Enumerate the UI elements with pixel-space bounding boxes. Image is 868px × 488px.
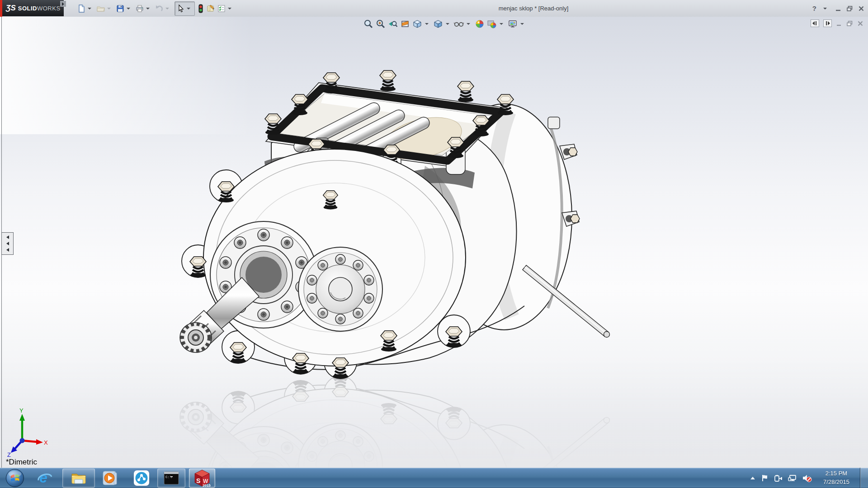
command-prompt-icon: C:\ bbox=[163, 471, 179, 485]
collapse-arrow-icon bbox=[6, 235, 9, 239]
display-style-icon bbox=[433, 19, 443, 29]
taskbar-clock[interactable]: 2:15 PM 7/28/2015 bbox=[816, 468, 856, 488]
hide-show-items-icon bbox=[453, 19, 464, 29]
collapse-right-pane-button[interactable] bbox=[823, 19, 832, 27]
undo-button[interactable] bbox=[154, 2, 173, 15]
start-button[interactable] bbox=[5, 469, 25, 487]
command-prompt-button[interactable]: C:\ bbox=[157, 469, 185, 488]
network-icon bbox=[788, 474, 797, 482]
reflection-fade bbox=[0, 360, 868, 468]
power-plug-icon bbox=[774, 474, 783, 482]
open-dropdown[interactable] bbox=[107, 8, 111, 9]
undo-dropdown[interactable] bbox=[165, 8, 169, 9]
doc-minimize-button[interactable] bbox=[836, 20, 842, 27]
hide-show-items-dropdown[interactable] bbox=[467, 23, 470, 25]
media-player-button[interactable] bbox=[101, 469, 118, 487]
network-button[interactable] bbox=[788, 474, 797, 482]
select-tool-button[interactable] bbox=[175, 1, 195, 16]
sw-year: 2015 bbox=[203, 483, 211, 487]
system-tray bbox=[750, 468, 812, 488]
display-style-button[interactable] bbox=[432, 18, 443, 29]
power-button[interactable] bbox=[774, 474, 783, 482]
3d-viewport[interactable]: Y X Z bbox=[0, 17, 868, 468]
options-checklist-icon bbox=[217, 4, 226, 13]
collapse-arrow-icon bbox=[6, 242, 9, 245]
options-checklist-button[interactable] bbox=[216, 2, 236, 15]
previous-view-button[interactable] bbox=[387, 18, 398, 29]
select-dropdown[interactable] bbox=[187, 8, 190, 9]
restore-button[interactable] bbox=[846, 5, 853, 12]
print-button[interactable] bbox=[134, 2, 154, 15]
close-button[interactable] bbox=[858, 5, 864, 12]
collapse-left-icon bbox=[812, 21, 817, 25]
new-document-button[interactable] bbox=[76, 2, 95, 15]
zoom-to-fit-icon bbox=[363, 19, 373, 29]
solidworks-logo: ƷS SOLIDWORKS bbox=[2, 0, 64, 16]
view-orientation-button[interactable] bbox=[411, 18, 423, 29]
help-button[interactable]: ? bbox=[812, 5, 816, 12]
titlebar: ƷS SOLIDWORKS bbox=[0, 0, 868, 17]
explorer-folder-icon bbox=[70, 470, 87, 486]
apply-scene-dropdown[interactable] bbox=[500, 23, 503, 25]
zoom-to-fit-button[interactable] bbox=[363, 18, 374, 29]
print-icon bbox=[135, 4, 144, 13]
open-button[interactable] bbox=[95, 2, 115, 15]
hide-show-items-button[interactable] bbox=[453, 18, 464, 29]
view-orientation-dropdown[interactable] bbox=[425, 23, 429, 25]
volume-button[interactable] bbox=[802, 474, 812, 483]
edit-appearance-button[interactable] bbox=[474, 18, 485, 29]
solidworks-window: ƷS SOLIDWORKS bbox=[0, 0, 868, 488]
clock-date: 7/28/2015 bbox=[816, 478, 856, 486]
internet-explorer-icon: e bbox=[37, 470, 53, 486]
action-center-button[interactable] bbox=[761, 474, 769, 482]
ie-letter: e bbox=[39, 470, 47, 486]
undo-icon bbox=[155, 4, 164, 13]
apply-scene-button[interactable] bbox=[486, 18, 497, 29]
taskbar-apps: e bbox=[5, 468, 215, 488]
section-view-button[interactable] bbox=[399, 18, 410, 29]
logo-works: WORKS bbox=[37, 5, 61, 12]
new-dropdown[interactable] bbox=[88, 8, 91, 9]
collapse-arrow-icon bbox=[6, 248, 9, 252]
doc-close-button[interactable] bbox=[857, 20, 863, 27]
save-dropdown[interactable] bbox=[127, 8, 130, 9]
print-dropdown[interactable] bbox=[146, 8, 150, 9]
background-highlight bbox=[0, 17, 253, 134]
file-properties-icon bbox=[206, 4, 215, 13]
options-dropdown[interactable] bbox=[228, 8, 231, 9]
logo-glyph: ƷS bbox=[6, 4, 16, 13]
show-hidden-icons-button[interactable] bbox=[750, 476, 756, 480]
share-app-button[interactable] bbox=[132, 469, 151, 487]
view-settings-dropdown[interactable] bbox=[520, 23, 524, 25]
triad-z-label: Z bbox=[7, 451, 11, 458]
clock-time: 2:15 PM bbox=[816, 469, 856, 478]
graphics-area: Y X Z bbox=[0, 17, 868, 468]
zoom-to-area-button[interactable] bbox=[375, 18, 386, 29]
new-document-icon bbox=[77, 4, 86, 13]
doc-restore-button[interactable] bbox=[846, 20, 853, 27]
help-dropdown[interactable] bbox=[823, 8, 827, 9]
select-cursor-icon bbox=[176, 4, 185, 13]
menu-expander-icon[interactable] bbox=[60, 1, 66, 7]
view-settings-icon bbox=[508, 19, 518, 29]
file-properties-button[interactable] bbox=[205, 2, 216, 15]
feature-manager-collapse-tab[interactable] bbox=[1, 232, 14, 255]
view-settings-button[interactable] bbox=[507, 18, 518, 29]
solidworks-taskbar-button[interactable]: S W 2015 bbox=[189, 469, 215, 488]
save-button[interactable] bbox=[115, 2, 134, 15]
traffic-light-button[interactable] bbox=[196, 2, 205, 15]
collapse-right-icon bbox=[825, 21, 830, 25]
display-style-dropdown[interactable] bbox=[446, 23, 449, 25]
share-app-icon bbox=[133, 469, 150, 487]
windows-explorer-button[interactable] bbox=[62, 469, 95, 488]
taskbar: e bbox=[0, 468, 868, 488]
flag-icon bbox=[761, 474, 769, 482]
show-desktop-button[interactable] bbox=[860, 468, 868, 488]
internet-explorer-button[interactable]: e bbox=[36, 469, 53, 487]
minimize-button[interactable] bbox=[835, 5, 841, 12]
zoom-to-area-icon bbox=[376, 19, 386, 29]
collapse-left-pane-button[interactable] bbox=[811, 19, 819, 27]
document-window-controls bbox=[811, 19, 863, 27]
window-title: menjac sklop * [Read-only] bbox=[457, 0, 610, 17]
view-orientation-label: *Dimetric bbox=[6, 458, 37, 467]
